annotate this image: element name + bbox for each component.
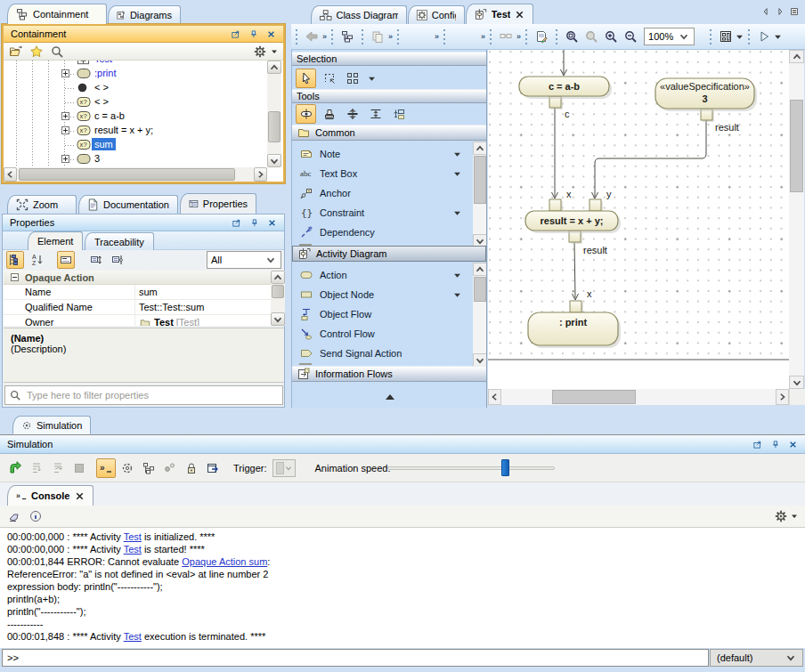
tab-diagrams[interactable]: Diagrams [108, 5, 181, 24]
scroll-thumb[interactable] [268, 111, 281, 142]
toolbar-grip[interactable] [709, 28, 713, 45]
export-frame-button[interactable] [203, 458, 223, 478]
multi-select-button[interactable] [342, 69, 362, 88]
item-dropdown-arrow[interactable] [453, 209, 461, 217]
toolbar-grip[interactable] [396, 28, 401, 45]
console-link[interactable]: Test [124, 544, 142, 555]
scroll-thumb[interactable] [474, 277, 486, 302]
swimlane-horizontal-button[interactable] [365, 104, 386, 124]
tree-expander[interactable] [61, 69, 69, 77]
pin[interactable] [549, 199, 561, 211]
run-outline-button[interactable] [754, 27, 774, 46]
collapse-nodes-button[interactable] [109, 251, 126, 269]
categorized-view-button[interactable] [6, 251, 24, 269]
containment-options-button[interactable] [253, 45, 278, 59]
tree-item[interactable]: Test [4, 61, 267, 67]
toolbar-grip[interactable] [489, 28, 493, 45]
toolbar-grip[interactable] [747, 28, 752, 45]
tree-item[interactable]: 3 [4, 152, 267, 166]
animation-options-button[interactable] [118, 458, 137, 478]
tab-list-button[interactable] [789, 6, 800, 17]
toolbox-section-common[interactable]: Common [292, 125, 486, 141]
canvas-hscrollbar[interactable] [488, 389, 789, 405]
console-link[interactable]: Test [124, 631, 142, 642]
favorites-star-button[interactable] [29, 45, 44, 59]
close-button[interactable] [266, 217, 278, 229]
settings-gear-button[interactable] [253, 45, 267, 59]
console-gear-dropdown[interactable] [791, 513, 798, 520]
console-tab-close-icon[interactable] [75, 491, 85, 501]
info-button[interactable] [28, 509, 43, 523]
toolbox-item-send-signal-action[interactable]: Send Signal Action [292, 344, 474, 363]
settings-gear-button[interactable] [774, 509, 788, 523]
toolbox-item-object-flow[interactable]: Object Flow [292, 304, 474, 324]
console-session-combo[interactable]: (default) [710, 649, 803, 667]
property-filter-combo[interactable]: All [207, 251, 281, 269]
toolbar-grip[interactable] [295, 28, 299, 45]
property-row[interactable]: OwnerTest [Test] [4, 315, 271, 326]
tab-simulation[interactable]: Simulation [12, 416, 91, 434]
item-dropdown-arrow[interactable] [453, 291, 461, 299]
lock-button[interactable] [182, 458, 201, 478]
pin-button[interactable] [769, 439, 781, 450]
tab-next-button[interactable] [775, 6, 785, 17]
tree-item[interactable]: x?result = x + y; [4, 124, 267, 138]
toolbox-scroll-up-button[interactable] [378, 393, 402, 401]
tree-expander[interactable] [61, 126, 69, 134]
zoom-level-combo[interactable]: 100% [644, 28, 695, 45]
sessions-tree-button[interactable] [139, 458, 159, 478]
toolbar-grip[interactable] [524, 28, 529, 45]
scroll-up-button[interactable] [271, 271, 285, 284]
toolbox-item-dependency[interactable]: Dependency [292, 223, 474, 242]
scroll-up-button[interactable] [473, 142, 487, 155]
toolbar-overflow-chevron[interactable]: » [388, 32, 392, 41]
tree-item[interactable]: x?sum [4, 138, 267, 152]
item-dropdown-arrow[interactable] [453, 150, 461, 158]
marquee-button[interactable] [319, 69, 339, 88]
scroll-thumb[interactable] [272, 285, 284, 298]
eraser-button[interactable] [7, 509, 21, 523]
run-green-button[interactable] [5, 458, 25, 478]
trigger-combo[interactable] [272, 459, 296, 477]
tab-properties[interactable]: Properties [180, 193, 256, 214]
item-dropdown-arrow[interactable] [453, 271, 461, 279]
scroll-down-button[interactable] [267, 154, 281, 167]
show-description-button[interactable] [57, 251, 75, 269]
stamp-button[interactable] [319, 104, 339, 124]
tab-test[interactable]: Test [466, 4, 533, 24]
diagram-properties-button[interactable] [532, 27, 551, 46]
toolbar-grip[interactable] [361, 28, 365, 45]
pin-button[interactable] [248, 217, 260, 229]
close-button[interactable] [265, 28, 277, 40]
tree-expander[interactable] [61, 112, 69, 120]
toolbar-grip[interactable] [555, 28, 559, 45]
tab-traceability[interactable]: Traceability [85, 232, 154, 250]
tab-close-icon[interactable] [515, 10, 524, 20]
scroll-up-button[interactable] [473, 263, 487, 276]
scroll-thumb[interactable] [474, 156, 486, 204]
scroll-thumb[interactable] [19, 168, 235, 181]
stop-button[interactable] [69, 458, 89, 478]
toolbar-overflow-chevron[interactable]: » [322, 32, 326, 41]
restore-button[interactable] [752, 439, 763, 450]
toolbar-grip[interactable] [330, 28, 335, 45]
open-folder-button[interactable] [9, 45, 23, 59]
tree-item[interactable]: x?c = a-b [4, 109, 267, 124]
console-command-input[interactable]: >> [2, 649, 709, 667]
toolbox-scrollbar[interactable] [473, 263, 487, 367]
property-row[interactable]: Namesum [4, 285, 271, 300]
toolbox-item-object-node[interactable]: Object Node [292, 285, 474, 304]
item-dropdown-arrow[interactable] [453, 170, 461, 178]
console-link[interactable]: Test [124, 531, 142, 542]
scroll-left-button[interactable] [4, 167, 17, 182]
tab-element[interactable]: Element [28, 231, 83, 250]
tree-item[interactable]: x?< > [4, 95, 267, 109]
selection-dropdown-arrow[interactable] [368, 75, 376, 83]
containment-hscrollbar[interactable] [4, 167, 267, 182]
tab-documentation[interactable]: Documentation [78, 195, 178, 214]
zoom-in-button[interactable] [601, 27, 621, 46]
copy-button[interactable] [368, 27, 387, 46]
toolbar-dropdown-arrow[interactable] [774, 33, 782, 41]
tab-containment[interactable]: Containment [7, 4, 107, 24]
toolbox-item-note[interactable]: Note [292, 144, 474, 164]
